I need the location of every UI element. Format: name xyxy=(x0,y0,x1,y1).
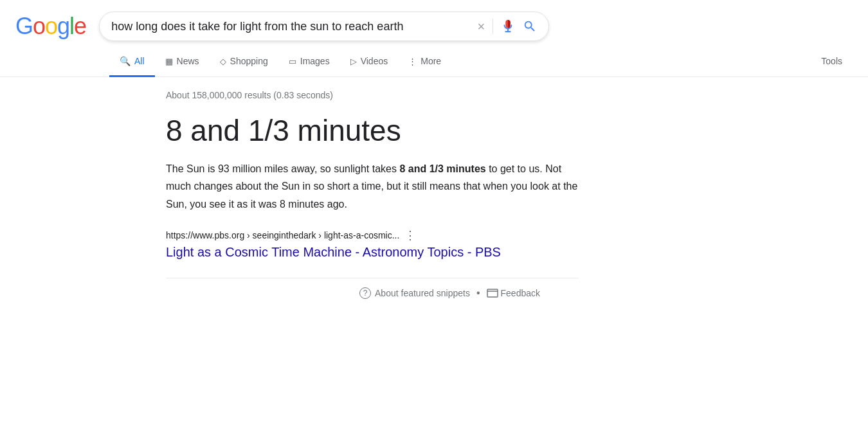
search-icon[interactable] xyxy=(523,19,537,33)
tab-videos-label: Videos xyxy=(361,56,388,66)
logo-e: e xyxy=(74,13,86,39)
question-mark-icon[interactable]: ? xyxy=(359,287,371,299)
google-logo: Google xyxy=(15,13,86,40)
feedback-button[interactable]: Feedback xyxy=(487,288,540,298)
snippet-info: ? About featured snippets xyxy=(359,287,470,299)
more-tab-icon: ⋮ xyxy=(408,57,417,66)
divider xyxy=(493,19,493,34)
logo-g1: G xyxy=(15,13,33,39)
tab-tools-label: Tools xyxy=(821,56,842,66)
header: Google how long does it take for light f… xyxy=(0,0,868,41)
nav-tabs: 🔍 All ▦ News ◇ Shopping ▭ Images ▷ Video… xyxy=(0,46,868,77)
microphone-icon[interactable] xyxy=(501,19,515,33)
tab-images[interactable]: ▭ Images xyxy=(278,47,340,77)
search-input[interactable]: how long does it take for light from the… xyxy=(111,20,469,33)
logo-g2: g xyxy=(57,13,69,39)
feedback-label: Feedback xyxy=(501,288,540,298)
tab-more-label: More xyxy=(420,56,441,66)
feedback-icon-svg xyxy=(487,289,498,298)
results-count: About 158,000,000 results (0.83 seconds) xyxy=(166,90,579,100)
logo-o2: o xyxy=(45,13,57,39)
source-options-icon[interactable]: ⋮ xyxy=(404,228,416,242)
tab-news-label: News xyxy=(177,56,199,66)
tab-shopping-label: Shopping xyxy=(230,56,268,66)
tab-shopping[interactable]: ◇ Shopping xyxy=(210,47,278,77)
description-part1: The Sun is 93 million miles away, so sun… xyxy=(166,163,399,174)
tab-news[interactable]: ▦ News xyxy=(155,47,210,77)
results-area: About 158,000,000 results (0.83 seconds)… xyxy=(0,77,579,312)
logo-o1: o xyxy=(33,13,45,39)
news-tab-icon: ▦ xyxy=(165,57,173,66)
images-tab-icon: ▭ xyxy=(289,57,296,66)
tab-tools[interactable]: Tools xyxy=(811,47,868,77)
snippet-label: About featured snippets xyxy=(375,288,470,298)
answer-description: The Sun is 93 million miles away, so sun… xyxy=(166,160,579,213)
shopping-tab-icon: ◇ xyxy=(220,57,226,66)
videos-tab-icon: ▷ xyxy=(350,57,357,66)
source-link[interactable]: Light as a Cosmic Time Machine - Astrono… xyxy=(166,245,501,259)
source-url-text: https://www.pbs.org › seeinginthedark › … xyxy=(166,230,399,240)
source-url: https://www.pbs.org › seeinginthedark › … xyxy=(166,228,579,242)
tab-images-label: Images xyxy=(300,56,330,66)
search-tab-icon: 🔍 xyxy=(120,56,131,66)
search-bar[interactable]: how long does it take for light from the… xyxy=(99,12,549,41)
svg-rect-0 xyxy=(487,289,498,297)
search-bar-icons: × xyxy=(477,19,537,34)
tab-videos[interactable]: ▷ Videos xyxy=(340,47,399,77)
clear-icon[interactable]: × xyxy=(477,19,485,34)
big-answer: 8 and 1/3 minutes xyxy=(166,113,579,148)
dot-separator: • xyxy=(476,287,480,299)
tab-more[interactable]: ⋮ More xyxy=(398,47,451,77)
featured-answer: 8 and 1/3 minutes The Sun is 93 million … xyxy=(166,113,579,260)
bottom-bar: ? About featured snippets • Feedback xyxy=(166,278,579,299)
description-bold: 8 and 1/3 minutes xyxy=(399,163,485,174)
tab-all-label: All xyxy=(134,56,145,66)
tab-all[interactable]: 🔍 All xyxy=(109,47,155,77)
